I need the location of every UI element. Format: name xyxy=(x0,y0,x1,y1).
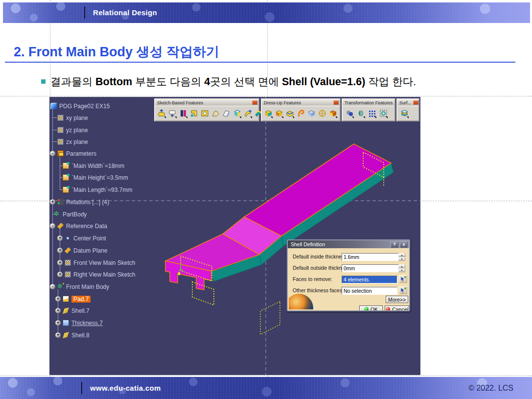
bullet-seg: 부분도 다음의 xyxy=(132,76,204,88)
guide-horizontal-top xyxy=(0,96,532,96)
parameter-icon xyxy=(63,163,69,169)
field-label: Faces to remove: xyxy=(293,276,332,282)
close-icon[interactable]: x xyxy=(400,241,408,248)
remove-face-icon[interactable] xyxy=(328,107,338,119)
part-icon xyxy=(50,103,57,109)
toolbar-surface-features: Surf... xyxy=(396,98,419,121)
scaling-icon[interactable] xyxy=(378,107,389,119)
datum-plane-icon xyxy=(65,247,71,254)
tree-item-relations[interactable]: +Relations [...] (4) xyxy=(50,198,109,206)
tree-line xyxy=(52,117,57,118)
bullet-seg-bold: Shell (Value=1.6) xyxy=(282,76,365,88)
tree-item-parameters[interactable]: -Parameters xyxy=(50,150,96,157)
rectangular-pattern-icon[interactable] xyxy=(367,107,377,119)
toolbar-title-bar[interactable]: Sketch-Based Features xyxy=(155,99,258,106)
tree-item-yz-plane[interactable]: yz plane xyxy=(57,126,88,134)
dialog-title-bar[interactable]: Shell Definition ? x xyxy=(288,240,409,248)
expand-node[interactable]: + xyxy=(57,260,63,265)
toolbar-title-bar[interactable]: Surf... xyxy=(397,99,418,106)
cancel-button[interactable]: Cancel xyxy=(385,305,409,311)
dialog-title: Shell Definition xyxy=(291,241,389,247)
expand-node[interactable]: + xyxy=(57,235,63,241)
slot-icon[interactable] xyxy=(221,107,231,119)
expand-node[interactable]: + xyxy=(57,272,63,277)
expand-node[interactable]: + xyxy=(55,320,61,326)
tree-item-pad7[interactable]: +Pad.7 xyxy=(55,295,91,303)
tree-item-xy-plane[interactable]: xy plane xyxy=(57,114,88,121)
close-icon[interactable] xyxy=(333,100,339,105)
bullet-text: 결과물의 Bottom 부분도 다음의 4곳의 선택 면에 Shell (Val… xyxy=(50,74,416,89)
bullet-seg: 곳의 선택 면에 xyxy=(210,76,282,88)
mirror-icon[interactable] xyxy=(355,107,366,119)
expand-node[interactable]: + xyxy=(55,332,61,338)
close-icon[interactable] xyxy=(252,100,257,105)
expand-node[interactable]: + xyxy=(55,308,61,313)
field-label: Default inside thickness: xyxy=(293,254,348,259)
tree-item-right-view-main-sketch[interactable]: +Right View Main Sketch xyxy=(57,271,136,278)
tree-item-root[interactable]: PDG Page02 EX15 xyxy=(50,102,110,110)
draft-angle-icon[interactable] xyxy=(296,107,306,119)
rib-icon[interactable] xyxy=(210,107,221,119)
other-thickness-faces-input[interactable]: No selection xyxy=(342,287,397,295)
header-title: Relational Design xyxy=(93,2,157,23)
tree-item-reference-data[interactable]: -Reference Data xyxy=(50,222,107,230)
tree-item-shell7[interactable]: +Shell.7 xyxy=(55,307,90,314)
translation-icon[interactable] xyxy=(344,107,355,119)
thickness-icon[interactable] xyxy=(306,107,317,119)
shell-feature-icon xyxy=(63,307,69,314)
close-icon[interactable] xyxy=(413,100,418,105)
selection-box-floating xyxy=(260,302,280,334)
shaft-icon[interactable] xyxy=(178,107,188,119)
pad-icon[interactable] xyxy=(157,107,167,119)
ok-button[interactable]: OK xyxy=(359,305,383,311)
more-button[interactable]: More>> xyxy=(386,296,408,303)
tree-item-center-point[interactable]: +Center Point xyxy=(57,235,106,242)
toolbar-title-bar[interactable]: Transformation Features xyxy=(343,99,394,106)
partbody-icon xyxy=(54,211,60,217)
face-picker-button[interactable] xyxy=(399,275,407,283)
expand-node[interactable]: + xyxy=(50,199,55,205)
faces-to-remove-input[interactable]: 4 elements. xyxy=(342,276,397,283)
toolbar-title-bar[interactable]: Dress-Up Features xyxy=(262,99,340,106)
sweep-icon[interactable] xyxy=(399,107,410,119)
tree-item-front-view-main-sketch[interactable]: +Front View Main Sketch xyxy=(57,259,136,266)
pocket-icon[interactable] xyxy=(167,107,178,119)
collapse-node[interactable]: - xyxy=(50,284,55,289)
thread-tap-icon[interactable] xyxy=(317,107,327,119)
spinner-control[interactable]: ▲▼ xyxy=(398,253,405,261)
edge-fillet-icon[interactable] xyxy=(263,107,274,119)
footer-tick xyxy=(81,382,82,394)
expand-node[interactable]: + xyxy=(57,248,63,253)
tree-item-main-width[interactable]: `Main Width`=18mm xyxy=(63,162,124,169)
help-icon[interactable]: ? xyxy=(391,241,398,248)
bullet-seg: 결과물의 xyxy=(50,76,95,88)
spinner-control[interactable]: ▲▼ xyxy=(398,264,405,272)
parameter-icon xyxy=(63,187,69,193)
catia-screenshot: PDG Page02 EX15 xy plane yz plane zx pla… xyxy=(49,97,420,375)
outside-thickness-input[interactable]: 0mm xyxy=(342,264,405,272)
expand-node[interactable]: + xyxy=(55,296,61,302)
tree-item-zx-plane[interactable]: zx plane xyxy=(57,138,88,145)
tree-item-datum-plane[interactable]: +Datum Plane xyxy=(57,247,107,254)
collapse-node[interactable]: - xyxy=(50,151,55,156)
tree-item-partbody[interactable]: PartBody xyxy=(54,211,87,218)
collapse-node[interactable]: - xyxy=(50,223,55,229)
inside-thickness-input[interactable]: 1.6mm xyxy=(342,253,405,261)
hole-icon[interactable] xyxy=(200,107,210,119)
tree-item-main-length[interactable]: `Main Length`=93.7mm xyxy=(63,186,132,193)
stiffener-icon[interactable] xyxy=(232,107,242,119)
tree-item-thickness7[interactable]: +Thickness.7 xyxy=(55,319,103,327)
chamfer-icon[interactable] xyxy=(274,107,284,119)
shell-icon[interactable] xyxy=(285,107,295,119)
tree-item-main-height[interactable]: `Main Height`=3.5mm xyxy=(63,174,128,181)
selected-tree-label: Pad.7 xyxy=(71,296,91,303)
tree-item-front-main-body[interactable]: -Front Main Body xyxy=(50,283,109,290)
ok-icon xyxy=(364,307,369,311)
bullet-marker xyxy=(41,79,46,84)
shell-definition-dialog: Shell Definition ? x Default inside thic… xyxy=(287,239,410,311)
tree-item-shell8[interactable]: +Shell.8 xyxy=(55,331,90,339)
groove-icon[interactable] xyxy=(189,107,199,119)
face-picker-button[interactable] xyxy=(399,286,407,294)
multi-sections-solid-icon[interactable] xyxy=(243,107,253,119)
reference-data-icon xyxy=(57,223,64,229)
